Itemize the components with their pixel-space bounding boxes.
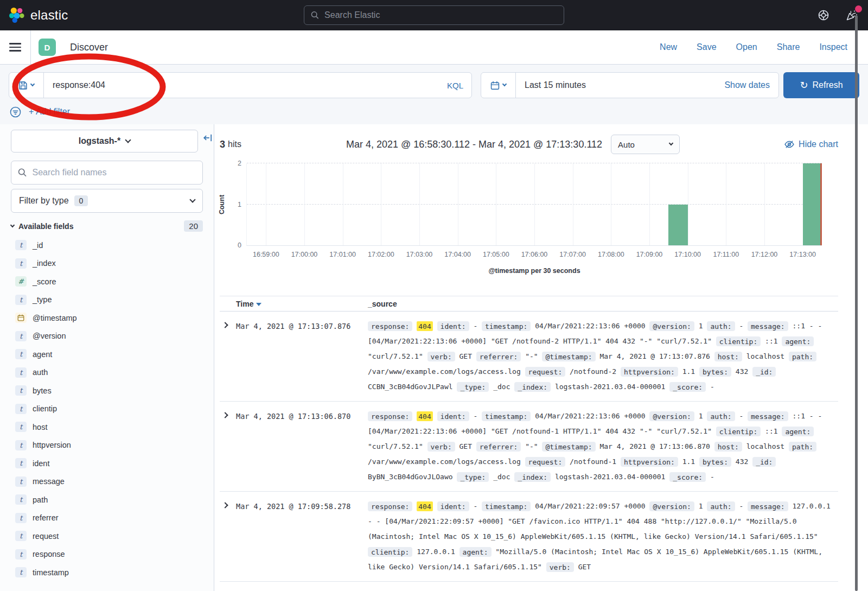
page-scrollbar[interactable] — [855, 15, 858, 591]
interval-select[interactable]: Auto — [611, 135, 680, 154]
index-pattern-selector[interactable]: logstash-* — [11, 130, 198, 152]
elastic-logo[interactable]: elastic — [9, 7, 68, 23]
field-type-icon — [15, 313, 27, 323]
save-query-icon — [18, 81, 28, 90]
hamburger-icon — [9, 41, 21, 54]
field-name: auth — [33, 368, 48, 377]
field-list-item-type[interactable]: t _type — [11, 291, 203, 309]
global-search-box[interactable] — [304, 5, 564, 25]
field-name: path — [33, 495, 48, 504]
field-list-item-index[interactable]: t _index — [11, 255, 203, 273]
field-name: message — [33, 477, 65, 486]
x-tick-label: 17:02:00 — [368, 251, 394, 258]
x-tick-label: 17:04:00 — [444, 251, 471, 258]
field-list-item-auth[interactable]: t auth — [11, 364, 203, 382]
filter-icon[interactable] — [10, 106, 21, 118]
field-list-item-version[interactable]: t @version — [11, 327, 203, 346]
field-name: clientip — [33, 404, 57, 413]
field-type-icon: t — [15, 567, 27, 577]
expand-row-button[interactable] — [222, 412, 228, 418]
discover-main: 3 hits Mar 4, 2021 @ 16:58:30.112 - Mar … — [214, 124, 868, 591]
field-list-item-timestamp[interactable]: t timestamp — [11, 563, 203, 582]
field-list-item-agent[interactable]: t agent — [11, 345, 203, 364]
histogram-bar[interactable] — [668, 205, 687, 246]
source-column-header: _source — [368, 300, 838, 308]
query-input[interactable] — [44, 73, 439, 98]
date-picker-group: Last 15 minutes Show dates — [481, 72, 779, 98]
help-icon[interactable] — [817, 9, 830, 22]
field-name: _type — [33, 295, 52, 304]
chart-plot-area[interactable]: Count01216:59:0017:00:0017:01:0017:02:00… — [246, 163, 822, 246]
field-name: agent — [33, 350, 52, 359]
show-dates-link[interactable]: Show dates — [724, 80, 778, 90]
x-tick-label: 17:12:00 — [751, 251, 778, 258]
page-title: Discover — [70, 42, 108, 53]
filter-by-type-dropdown[interactable]: Filter by type 0 — [11, 189, 203, 213]
field-list-item-referrer[interactable]: t referrer — [11, 509, 203, 528]
field-list-item-ident[interactable]: t ident — [11, 454, 203, 473]
search-icon — [18, 168, 27, 177]
query-input-group: KQL — [9, 72, 472, 98]
x-tick-label: 17:11:00 — [713, 251, 739, 258]
field-search-input[interactable] — [33, 168, 196, 177]
fields-sidebar: logstash-* Filter by type 0 Available fi… — [0, 124, 214, 591]
field-type-icon: t — [15, 513, 27, 523]
field-list-item-response[interactable]: t response — [11, 545, 203, 564]
field-list-item-timestamp[interactable]: @timestamp — [11, 309, 203, 327]
field-list-item-path[interactable]: t path — [11, 491, 203, 509]
field-list-item-httpversion[interactable]: t httpversion — [11, 436, 203, 455]
field-list-item-score[interactable]: # _score — [11, 272, 203, 291]
filter-type-count-badge: 0 — [74, 195, 88, 206]
time-column-header[interactable]: Time — [236, 300, 368, 308]
available-fields-toggle[interactable]: Available fields 20 — [11, 220, 203, 232]
field-list-item-clientip[interactable]: t clientip — [11, 400, 203, 418]
sort-desc-icon[interactable] — [256, 303, 261, 306]
field-type-icon: t — [15, 458, 27, 468]
field-list-item-bytes[interactable]: t bytes — [11, 382, 203, 400]
eye-slash-icon — [784, 139, 794, 149]
x-tick-label: 17:09:00 — [636, 251, 663, 258]
expand-row-button[interactable] — [222, 502, 228, 508]
doc-source: response: 404 ident: - timestamp: 04/Mar… — [368, 409, 838, 485]
chevron-down-icon — [669, 141, 673, 145]
collapse-sidebar-icon[interactable] — [203, 133, 213, 145]
query-language-button[interactable]: KQL — [439, 73, 471, 98]
field-type-icon: t — [15, 295, 27, 305]
histogram-bar[interactable] — [803, 163, 822, 245]
time-range-value[interactable]: Last 15 minutes — [516, 80, 586, 90]
y-tick-label: 1 — [226, 201, 241, 208]
expand-row-button[interactable] — [222, 322, 228, 328]
appbar-action-share[interactable]: Share — [777, 42, 800, 52]
field-name: httpversion — [33, 441, 71, 449]
appbar-actions: NewSaveOpenShareInspect — [660, 42, 868, 52]
current-time-marker — [820, 163, 822, 245]
discover-app-badge[interactable]: D — [39, 39, 56, 56]
field-name: _index — [33, 259, 56, 268]
available-fields-count-badge: 20 — [184, 220, 203, 232]
field-name: ident — [33, 459, 49, 468]
appbar-action-save[interactable]: Save — [697, 42, 716, 52]
hits-count: 3 — [220, 139, 225, 150]
field-type-icon: t — [15, 549, 27, 560]
appbar-action-inspect[interactable]: Inspect — [819, 42, 847, 52]
field-search-box[interactable] — [11, 161, 203, 185]
field-list-item-id[interactable]: t _id — [11, 236, 203, 255]
appbar-action-open[interactable]: Open — [736, 42, 757, 52]
saved-queries-button[interactable] — [9, 73, 44, 98]
x-tick-label: 17:13:00 — [789, 251, 816, 258]
nav-menu-button[interactable] — [0, 30, 31, 64]
field-list-item-message[interactable]: t message — [11, 473, 203, 491]
x-tick-label: 17:00:00 — [291, 251, 318, 258]
hide-chart-button[interactable]: Hide chart — [784, 139, 838, 149]
y-axis-label: Count — [218, 194, 226, 214]
appbar-action-new[interactable]: New — [660, 42, 677, 52]
field-list-item-request[interactable]: t request — [11, 527, 203, 545]
date-quick-select-button[interactable] — [481, 73, 516, 98]
refresh-button[interactable]: ↻ Refresh — [783, 72, 859, 98]
field-list-item-host[interactable]: t host — [11, 418, 203, 436]
histogram-chart[interactable]: Count01216:59:0017:00:0017:01:0017:02:00… — [220, 159, 838, 288]
add-filter-button[interactable]: + Add filter — [29, 107, 70, 117]
global-search-input[interactable] — [324, 10, 557, 20]
chevron-down-icon — [10, 223, 15, 227]
global-topbar: elastic — [0, 0, 868, 30]
